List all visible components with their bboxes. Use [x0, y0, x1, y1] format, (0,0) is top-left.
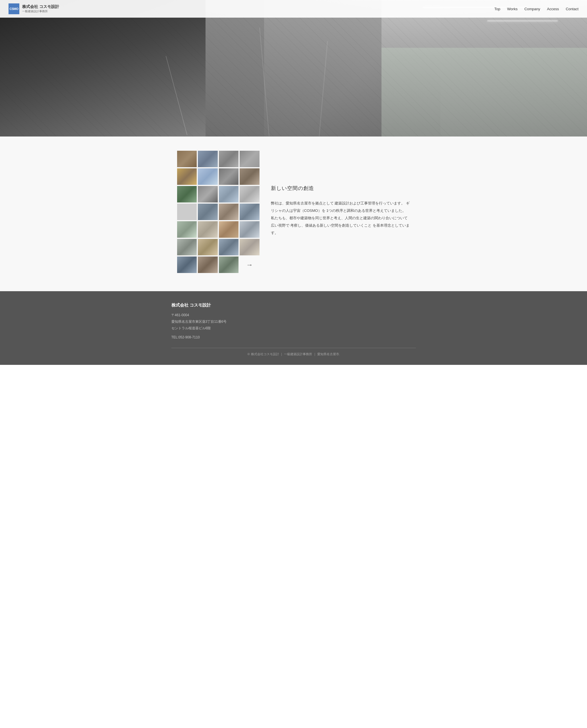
- grid-row-7: →: [177, 256, 260, 273]
- nav-works[interactable]: Works: [507, 7, 518, 11]
- logo-subtitle: 一般建築設計事務所: [22, 9, 59, 14]
- works-image-grid: →: [177, 151, 260, 274]
- grid-cell-13[interactable]: [177, 204, 197, 220]
- grid-cell-7[interactable]: [219, 168, 239, 185]
- grid-cell-14[interactable]: [198, 204, 218, 220]
- grid-cell-11[interactable]: [219, 186, 239, 203]
- nav-company[interactable]: Company: [524, 7, 540, 11]
- grid-cell-12[interactable]: [240, 186, 260, 203]
- footer-company-name: 株式会社 コスモ設計: [171, 302, 416, 308]
- grid-cell-18[interactable]: [198, 221, 218, 238]
- grid-cell-3[interactable]: [219, 151, 239, 167]
- grid-cell-19[interactable]: [219, 221, 239, 238]
- grid-row-2: [177, 168, 260, 185]
- grid-cell-20[interactable]: [240, 221, 260, 238]
- grid-cell-21[interactable]: [177, 239, 197, 255]
- nav-contact[interactable]: Contact: [566, 7, 579, 11]
- logo-icon: CSMO: [8, 3, 19, 14]
- nav-top[interactable]: Top: [494, 7, 500, 11]
- grid-row-4: [177, 204, 260, 220]
- grid-cell-9[interactable]: [177, 186, 197, 203]
- grid-cell-8[interactable]: [240, 168, 260, 185]
- footer-inner: 株式会社 コスモ設計 〒461-0004 愛知県名古屋市東区葵3丁目11番6号 …: [171, 302, 416, 356]
- grid-cell-23[interactable]: [219, 239, 239, 255]
- section-body: 弊社は、愛知県名古屋市を拠点として 建築設計および工事管理を行っています。 ギリ…: [271, 200, 410, 236]
- site-header: CSMO 株式会社 コスモ設計 一般建築設計事務所 Top Works Comp…: [0, 0, 587, 18]
- grid-cell-17[interactable]: [177, 221, 197, 238]
- content-wrapper: → 新しい空間の創造 弊社は、愛知県名古屋市を拠点として 建築設計および工事管理…: [171, 151, 416, 274]
- footer-postal: 〒461-0004: [171, 312, 416, 319]
- grid-cell-5[interactable]: [177, 168, 197, 185]
- logo[interactable]: CSMO 株式会社 コスモ設計 一般建築設計事務所: [8, 3, 59, 14]
- main-content: → 新しい空間の創造 弊社は、愛知県名古屋市を拠点として 建築設計および工事管理…: [0, 137, 587, 291]
- grid-cell-24[interactable]: [240, 239, 260, 255]
- footer-tel: TEL:052-908-7110: [171, 335, 416, 339]
- footer-copyright: ※ 株式会社コスモ設計 ｜ 一級建築設計事務所 ｜ 愛知県名古屋市.: [171, 348, 416, 356]
- grid-row-3: [177, 186, 260, 203]
- nav-access[interactable]: Access: [547, 7, 559, 11]
- logo-title: 株式会社 コスモ設計: [22, 4, 59, 9]
- grid-cell-27[interactable]: [219, 256, 239, 273]
- intro-text-section: 新しい空間の創造 弊社は、愛知県名古屋市を拠点として 建築設計および工事管理を行…: [271, 151, 410, 274]
- footer-address2: セントラル桜道葵ビル6階: [171, 325, 416, 332]
- grid-cell-10[interactable]: [198, 186, 218, 203]
- grid-cell-16[interactable]: [240, 204, 260, 220]
- main-nav: Top Works Company Access Contact: [494, 7, 579, 11]
- grid-cell-22[interactable]: [198, 239, 218, 255]
- footer-address1: 愛知県名古屋市東区葵3丁目11番6号: [171, 319, 416, 325]
- grid-cell-4[interactable]: [240, 151, 260, 167]
- site-footer: 株式会社 コスモ設計 〒461-0004 愛知県名古屋市東区葵3丁目11番6号 …: [0, 291, 587, 365]
- grid-row-1: [177, 151, 260, 167]
- grid-row-5: [177, 221, 260, 238]
- hero-section: [0, 0, 587, 137]
- grid-cell-26[interactable]: [198, 256, 218, 273]
- grid-cell-2[interactable]: [198, 151, 218, 167]
- grid-row-6: [177, 239, 260, 255]
- footer-address: 〒461-0004 愛知県名古屋市東区葵3丁目11番6号 セントラル桜道葵ビル6…: [171, 312, 416, 331]
- grid-cell-1[interactable]: [177, 151, 197, 167]
- grid-cell-15[interactable]: [219, 204, 239, 220]
- grid-cell-6[interactable]: [198, 168, 218, 185]
- next-arrow-button[interactable]: →: [240, 256, 260, 273]
- section-title: 新しい空間の創造: [271, 185, 410, 192]
- grid-cell-25[interactable]: [177, 256, 197, 273]
- logo-text: 株式会社 コスモ設計 一般建築設計事務所: [22, 4, 59, 14]
